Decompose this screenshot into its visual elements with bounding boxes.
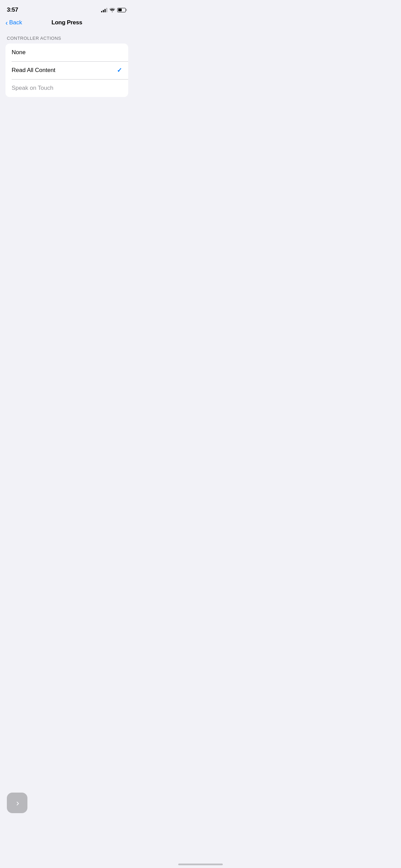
status-time: 3:57 [7, 7, 18, 13]
list-item-none-label: None [12, 49, 26, 56]
list-item-none[interactable]: None [5, 44, 128, 61]
status-bar: 3:57 [0, 0, 134, 16]
list-item-read-all-content[interactable]: Read All Content ✓ [5, 61, 128, 79]
wifi-icon [109, 8, 115, 12]
list-item-speak-on-touch-label: Speak on Touch [12, 85, 53, 92]
controller-actions-list: None Read All Content ✓ Speak on Touch [5, 44, 128, 97]
checkmark-icon: ✓ [117, 67, 122, 74]
back-label: Back [9, 19, 22, 26]
back-button[interactable]: ‹ Back [5, 19, 22, 26]
section-label: CONTROLLER ACTIONS [0, 30, 134, 44]
list-item-speak-on-touch[interactable]: Speak on Touch [5, 79, 128, 97]
page-title: Long Press [51, 19, 82, 26]
status-icons [101, 8, 127, 12]
navigation-bar: ‹ Back Long Press [0, 16, 134, 30]
list-item-read-all-content-label: Read All Content [12, 67, 56, 74]
chevron-left-icon: ‹ [5, 19, 8, 26]
signal-icon [101, 8, 107, 12]
battery-icon [117, 8, 127, 12]
